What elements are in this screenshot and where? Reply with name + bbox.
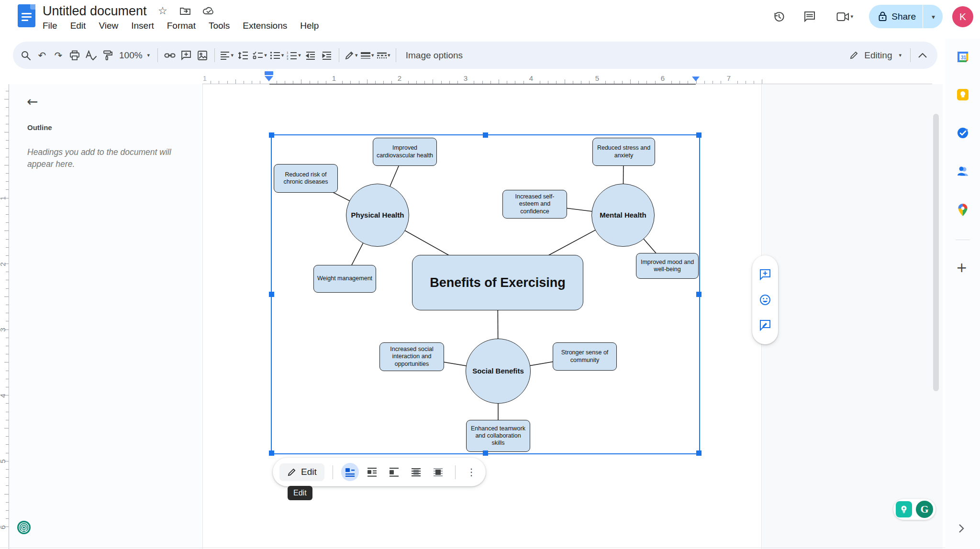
diagram-center-node: Benefits of Exercising — [412, 255, 583, 310]
star-icon[interactable]: ☆ — [158, 6, 167, 16]
diagram-box: Reduced risk of chronic diseases — [274, 164, 338, 193]
border-color-pencil-icon[interactable]: ▾ — [343, 46, 359, 65]
insert-image-icon[interactable] — [194, 46, 211, 65]
menu-file[interactable]: File — [43, 21, 57, 31]
vertical-scrollbar[interactable] — [933, 114, 939, 391]
google-contacts-icon[interactable] — [956, 165, 969, 178]
menu-help[interactable]: Help — [300, 21, 319, 31]
add-emoji-reaction-icon[interactable] — [759, 294, 771, 306]
grammarly-widget[interactable]: G — [893, 499, 935, 520]
in-front-of-text-button[interactable] — [429, 463, 447, 481]
diagram-box: Increased self-esteem and confidence — [502, 190, 567, 219]
v-ruler-number: 5 — [0, 459, 7, 463]
share-button[interactable]: Share ▾ — [869, 5, 943, 28]
selection-handle[interactable] — [269, 450, 274, 456]
image-more-options-icon[interactable]: ⋮ — [464, 466, 479, 478]
version-history-icon[interactable] — [768, 6, 790, 27]
share-dropdown[interactable]: ▾ — [923, 13, 943, 21]
h-ruler-number: 3 — [464, 74, 468, 82]
google-keep-icon[interactable] — [956, 88, 969, 101]
selected-image[interactable]: Reduced risk of chronic diseasesImproved… — [272, 135, 699, 453]
account-avatar[interactable]: K — [952, 6, 973, 27]
h-ruler-number: 4 — [529, 74, 533, 82]
diagram-box: Improved mood and well-being — [636, 253, 699, 279]
behind-text-button[interactable] — [407, 463, 425, 481]
insert-link-icon[interactable] — [162, 46, 178, 65]
selection-handle[interactable] — [483, 450, 488, 456]
decrease-indent-icon[interactable] — [302, 46, 319, 65]
menu-format[interactable]: Format — [167, 21, 196, 31]
undo-icon[interactable]: ↶ — [34, 46, 50, 65]
selection-handle[interactable] — [483, 132, 488, 138]
image-edit-button[interactable]: Edit — [279, 463, 324, 481]
spell-check-icon[interactable] — [83, 46, 99, 65]
move-to-folder-icon[interactable] — [180, 7, 190, 15]
suggest-edits-icon[interactable] — [759, 319, 771, 331]
h-ruler-number: 1 — [332, 74, 336, 82]
main-toolbar: ↶ ↷ 100%▾ ▾ ▾ — [13, 42, 937, 69]
hide-menus-chevron-icon[interactable] — [914, 46, 931, 65]
editing-mode-select[interactable]: Editing ▾ — [845, 50, 906, 61]
align-icon[interactable]: ▾ — [219, 46, 235, 65]
bulleted-list-icon[interactable]: ▾ — [268, 46, 286, 65]
cloud-saved-icon[interactable] — [203, 7, 214, 15]
print-icon[interactable] — [67, 46, 83, 65]
fingerprint-extension-icon[interactable] — [17, 520, 31, 535]
redo-icon[interactable]: ↷ — [50, 46, 67, 65]
menu-edit[interactable]: Edit — [70, 21, 86, 31]
zoom-select[interactable]: 100%▾ — [115, 50, 154, 61]
svg-text:3: 3 — [287, 57, 289, 60]
edit-tooltip: Edit — [288, 486, 312, 500]
google-docs-logo-icon[interactable] — [18, 4, 35, 27]
menu-extensions[interactable]: Extensions — [243, 21, 287, 31]
right-indent-marker[interactable] — [692, 77, 700, 81]
comments-icon[interactable] — [799, 6, 820, 27]
border-weight-icon[interactable]: ▾ — [359, 46, 376, 65]
left-indent-marker[interactable] — [265, 76, 273, 81]
add-comment-margin-icon[interactable] — [759, 268, 771, 281]
diagram-circle: Social Benefits — [466, 339, 531, 404]
meet-video-call-icon[interactable]: ▾ — [830, 6, 859, 27]
border-dash-icon[interactable]: ▾ — [376, 46, 392, 65]
selection-handle[interactable] — [696, 450, 702, 456]
selection-handle[interactable] — [696, 292, 702, 297]
expand-side-panel-chevron-icon[interactable] — [956, 523, 966, 534]
diagram-box: Weight management — [313, 265, 376, 293]
numbered-list-icon[interactable]: 123▾ — [285, 46, 302, 65]
image-options-button[interactable]: Image options — [406, 50, 463, 61]
search-menus-icon[interactable] — [18, 46, 34, 65]
google-maps-icon[interactable] — [956, 203, 969, 217]
menu-tools[interactable]: Tools — [209, 21, 230, 31]
google-calendar-icon[interactable]: 31 — [956, 50, 969, 64]
paint-format-icon[interactable] — [99, 46, 115, 65]
grammarly-g-icon: G — [916, 501, 933, 518]
selection-handle[interactable] — [269, 132, 274, 138]
edit-pencil-icon — [287, 468, 296, 477]
document-title[interactable]: Untitled document — [43, 4, 147, 19]
diagram-box: Reduced stress and anxiety — [592, 138, 655, 166]
google-tasks-icon[interactable] — [956, 126, 969, 140]
menu-bar: FileEditViewInsertFormatToolsExtensionsH… — [43, 21, 319, 31]
selection-handle[interactable] — [696, 132, 702, 138]
menu-insert[interactable]: Insert — [131, 21, 154, 31]
svg-text:2: 2 — [287, 54, 289, 57]
diagram-box: Increased social interaction and opportu… — [379, 342, 444, 371]
increase-indent-icon[interactable] — [319, 46, 335, 65]
diagram-circle: Physical Health — [346, 184, 409, 247]
v-ruler-number: 6 — [0, 525, 7, 529]
top-bar: Untitled document ☆ FileEditViewInsertFo… — [0, 0, 980, 39]
add-comment-icon[interactable] — [178, 46, 194, 65]
first-line-indent-marker[interactable] — [265, 71, 273, 75]
wrap-text-button[interactable] — [363, 463, 381, 481]
h-ruler-number: 1 — [203, 74, 207, 82]
wrap-in-line-button[interactable] — [341, 463, 359, 481]
line-spacing-icon[interactable] — [235, 46, 251, 65]
selection-handle[interactable] — [269, 292, 274, 297]
checklist-icon[interactable]: ▾ — [251, 46, 268, 65]
outline-empty-message: Headings you add to the document will ap… — [27, 146, 188, 171]
close-outline-arrow-icon[interactable]: ← — [27, 94, 38, 110]
menu-view[interactable]: View — [99, 21, 118, 31]
editing-pencil-icon — [849, 51, 858, 60]
get-addons-plus-icon[interactable]: + — [956, 260, 967, 275]
break-text-button[interactable] — [385, 463, 403, 481]
